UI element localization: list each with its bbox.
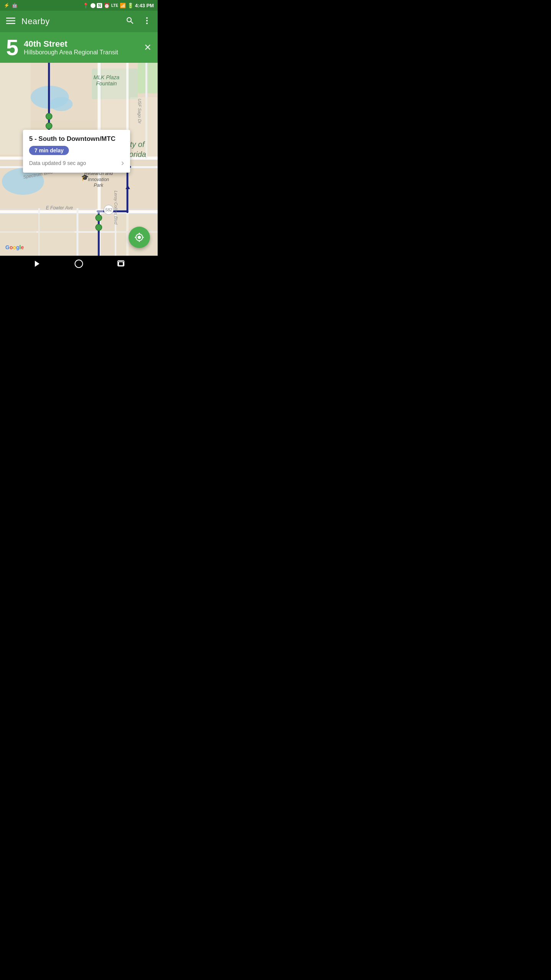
more-options-button[interactable] — [142, 16, 152, 27]
route-info: 40th Street Hillsborough Area Regional T… — [24, 39, 118, 56]
svg-point-3 — [146, 17, 148, 19]
menu-button[interactable] — [6, 16, 15, 27]
chevron-right-icon[interactable]: › — [121, 158, 124, 168]
svg-point-65 — [75, 260, 83, 268]
time-display: 4:43 PM — [135, 3, 154, 8]
svg-rect-11 — [138, 63, 158, 93]
svg-rect-67 — [119, 262, 123, 266]
route-banner: 5 40th Street Hillsborough Area Regional… — [0, 32, 158, 63]
popup-footer: Data updated 9 sec ago › — [29, 158, 124, 168]
popup-update-text: Data updated 9 sec ago — [29, 160, 86, 166]
lte-icon: LTE — [111, 3, 118, 8]
back-button[interactable] — [32, 259, 41, 271]
svg-point-5 — [146, 23, 148, 24]
google-g: G — [5, 244, 10, 250]
status-right-icons: 📍 ⬤ N ⏰ LTE 📶 🔋 4:43 PM — [83, 3, 154, 8]
map-container[interactable]: MLK PlazaFountain University ofSouth Flo… — [0, 63, 158, 256]
bottom-nav — [0, 256, 158, 274]
close-button[interactable]: ✕ — [144, 42, 152, 53]
svg-point-49 — [96, 215, 102, 221]
page-title: Nearby — [21, 16, 126, 26]
popup-route-name: 5 - South to Downtown/MTC — [29, 135, 124, 143]
google-logo: Google — [5, 244, 24, 250]
search-button[interactable] — [126, 16, 135, 27]
alarm-icon: ⏰ — [104, 3, 110, 8]
home-button[interactable] — [74, 259, 83, 271]
my-location-fab[interactable] — [129, 227, 150, 248]
route-number: 5 — [6, 36, 18, 59]
nfc-icon: N — [97, 3, 102, 8]
svg-rect-21 — [77, 208, 78, 256]
svg-marker-64 — [35, 261, 39, 267]
usb-icon: ⚡ — [4, 3, 10, 8]
delay-badge: 7 min delay — [29, 146, 69, 155]
recents-button[interactable] — [117, 259, 126, 271]
location-icon: 📍 — [83, 3, 89, 8]
google-o2: o — [13, 244, 16, 250]
svg-point-8 — [50, 97, 73, 111]
google-e: e — [21, 244, 24, 250]
svg-point-41 — [46, 113, 52, 119]
svg-rect-16 — [0, 213, 158, 214]
google-g2: g — [16, 244, 20, 250]
android-icon: 🤖 — [12, 3, 18, 8]
status-bar: ⚡ 🤖 📍 ⬤ N ⏰ LTE 📶 🔋 4:43 PM — [0, 0, 158, 11]
my-location-icon — [134, 232, 144, 242]
route-popup[interactable]: 5 - South to Downtown/MTC 7 min delay Da… — [23, 130, 130, 173]
svg-point-42 — [46, 123, 52, 129]
svg-rect-15 — [0, 209, 158, 210]
svg-rect-29 — [38, 214, 75, 256]
battery-icon: 🔋 — [127, 3, 134, 8]
svg-rect-23 — [115, 208, 116, 256]
signal-icon: 📶 — [120, 3, 126, 8]
svg-point-50 — [96, 224, 102, 230]
svg-point-4 — [146, 20, 148, 21]
svg-rect-2 — [6, 23, 15, 24]
svg-rect-1 — [6, 20, 15, 21]
route-agency: Hillsborough Area Regional Transit — [24, 49, 118, 56]
svg-rect-51 — [96, 209, 103, 214]
svg-rect-0 — [6, 18, 15, 19]
app-bar-icons — [126, 16, 152, 27]
research-icon: 🎓 — [81, 174, 89, 181]
bluetooth-icon: ⬤ — [90, 3, 95, 8]
status-left-icons: ⚡ 🤖 — [4, 3, 18, 8]
app-bar: Nearby — [0, 11, 158, 32]
route-name: 40th Street — [24, 39, 118, 49]
svg-rect-27 — [130, 97, 158, 157]
